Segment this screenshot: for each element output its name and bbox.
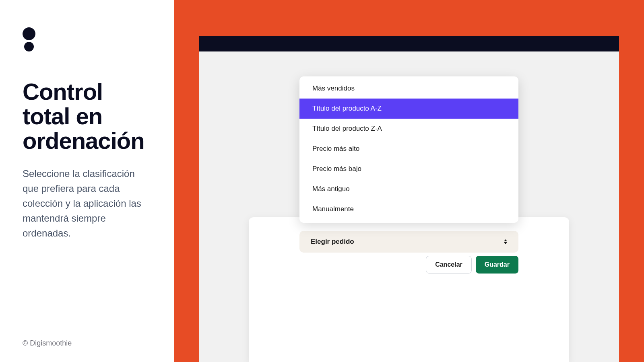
copyright-text: © Digismoothie: [23, 339, 72, 348]
sort-option-oldest[interactable]: Más antiguo: [299, 179, 518, 199]
page-description: Seleccione la clasificación que prefiera…: [23, 166, 151, 241]
sort-option-best-selling[interactable]: Más vendidos: [299, 76, 518, 99]
chevron-updown-icon: [504, 239, 507, 244]
sort-option-title-za[interactable]: Título del producto Z-A: [299, 119, 518, 139]
sort-option-price-low[interactable]: Precio más bajo: [299, 159, 518, 179]
cancel-button[interactable]: Cancelar: [426, 256, 472, 274]
page-title: Control total en ordenación: [23, 80, 151, 153]
order-select-field[interactable]: Elegir pedido: [299, 231, 518, 253]
app-topbar: [199, 36, 619, 51]
sort-option-manual[interactable]: Manualmente: [299, 199, 518, 223]
order-select-label: Elegir pedido: [311, 238, 354, 246]
save-button[interactable]: Guardar: [476, 256, 518, 274]
dialog-actions: Cancelar Guardar: [299, 256, 518, 274]
sort-dropdown-list: Más vendidos Título del producto A-Z Tít…: [299, 76, 518, 223]
info-panel: Control total en ordenación Seleccione l…: [0, 0, 174, 362]
sort-option-title-az[interactable]: Título del producto A-Z: [299, 99, 518, 119]
app-window: Más vendidos Título del producto A-Z Tít…: [199, 36, 619, 362]
logo-icon: [23, 27, 151, 51]
preview-panel: Más vendidos Título del producto A-Z Tít…: [174, 0, 644, 362]
sort-option-price-high[interactable]: Precio más alto: [299, 139, 518, 159]
